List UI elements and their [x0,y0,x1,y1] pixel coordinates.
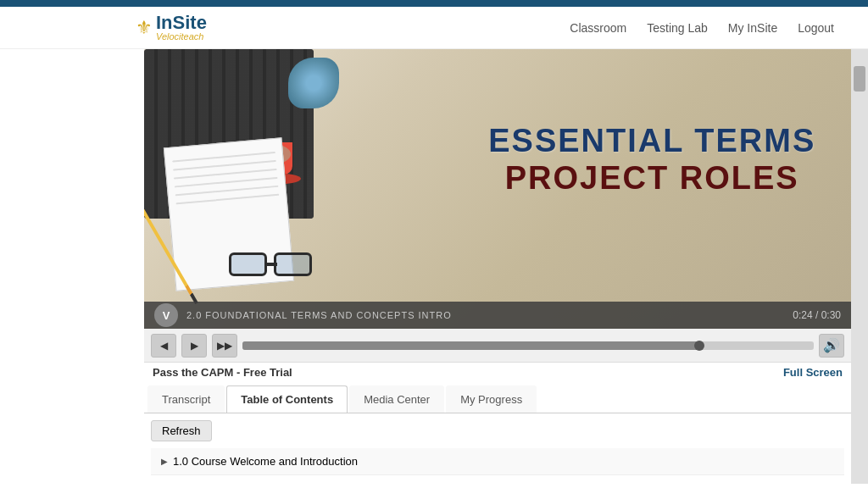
main-content: ESSENTIAL TERMS PROJECT ROLES V 2.0 FOUN… [0,49,868,484]
nav-testing-lab[interactable]: Testing Lab [647,21,708,35]
glasses-decoration [229,252,331,278]
back-button[interactable]: ◀ [151,334,176,358]
glasses-lens-left [229,252,267,276]
fast-forward-icon: ▶▶ [217,340,232,352]
volume-button[interactable]: 🔊 [819,334,844,358]
logo-velociteach-text: Velociteach [156,32,207,42]
glasses-frame [229,252,331,276]
controls-bar: ◀ ▶ ▶▶ 🔊 [144,329,851,363]
tab-table-of-contents[interactable]: Table of Contents [226,385,348,413]
toc-label-2: 2.0 Foundational Terms and Concepts [175,482,360,484]
progress-handle[interactable] [694,341,704,351]
velociteach-v-icon: V [163,309,170,322]
logo-insite-text: InSite [156,14,207,32]
video-title-line2: PROJECT ROLES [488,159,815,198]
full-screen-link[interactable]: Full Screen [783,366,843,379]
nav-classroom[interactable]: Classroom [570,21,626,35]
nav-my-insite[interactable]: My InSite [728,21,777,35]
play-button[interactable]: ▶ [181,334,207,358]
video-container: ESSENTIAL TERMS PROJECT ROLES V 2.0 FOUN… [144,49,851,329]
tab-content: Refresh ▶ 1.0 Course Welcome and Introdu… [144,413,851,484]
play-icon: ▶ [191,340,198,352]
nav-logout[interactable]: Logout [798,21,834,35]
scrollbar-thumb[interactable] [854,66,865,92]
content-area: ESSENTIAL TERMS PROJECT ROLES V 2.0 FOUN… [144,49,851,484]
volume-icon: 🔊 [823,337,840,353]
progress-bar[interactable] [242,341,814,350]
flowers-decoration [280,53,348,113]
left-sidebar [0,49,144,484]
tab-my-progress[interactable]: My Progress [446,385,537,413]
velociteach-logo-circle: V [154,303,178,327]
flower-icon [288,58,339,108]
video-bottom-bar: V 2.0 FOUNDATIONAL TERMS AND CONCEPTS IN… [144,302,851,329]
top-accent-bar [0,0,868,7]
fast-forward-button[interactable]: ▶▶ [212,334,237,358]
toc-label-1: 1.0 Course Welcome and Introduction [173,455,358,468]
notepad-lines [164,138,287,219]
logo-area: ⚜ InSite Velociteach [136,14,207,42]
video-background: ESSENTIAL TERMS PROJECT ROLES [144,49,851,329]
tabs-bar: Transcript Table of Contents Media Cente… [144,382,851,413]
nav-links: Classroom Testing Lab My InSite Logout [570,21,834,35]
video-time-display: 0:24 / 0:30 [793,309,841,321]
toc-item-1[interactable]: ▶ 1.0 Course Welcome and Introduction [151,448,844,475]
right-scrollbar [851,49,868,484]
logo-text: InSite Velociteach [156,14,207,42]
back-icon: ◀ [160,340,168,352]
header: ⚜ InSite Velociteach Classroom Testing L… [0,7,868,49]
glasses-bridge [267,263,277,266]
toc-arrow-1: ▶ [161,457,168,466]
video-text-overlay: ESSENTIAL TERMS PROJECT ROLES [488,124,815,197]
glasses-lens-right [274,252,312,276]
video-chapter-text: 2.0 FOUNDATIONAL TERMS AND CONCEPTS INTR… [186,310,793,320]
course-title: Pass the CAPM - Free Trial [153,366,292,379]
video-title-line1: ESSENTIAL TERMS [488,124,815,159]
info-bar: Pass the CAPM - Free Trial Full Screen [144,363,851,382]
toc-item-2[interactable]: ▼ 2.0 Foundational Terms and Concepts [151,475,844,484]
tab-transcript[interactable]: Transcript [147,385,225,413]
refresh-button[interactable]: Refresh [151,420,212,441]
logo-wing-icon: ⚜ [136,17,153,39]
progress-fill [242,341,699,350]
tab-media-center[interactable]: Media Center [349,385,444,413]
